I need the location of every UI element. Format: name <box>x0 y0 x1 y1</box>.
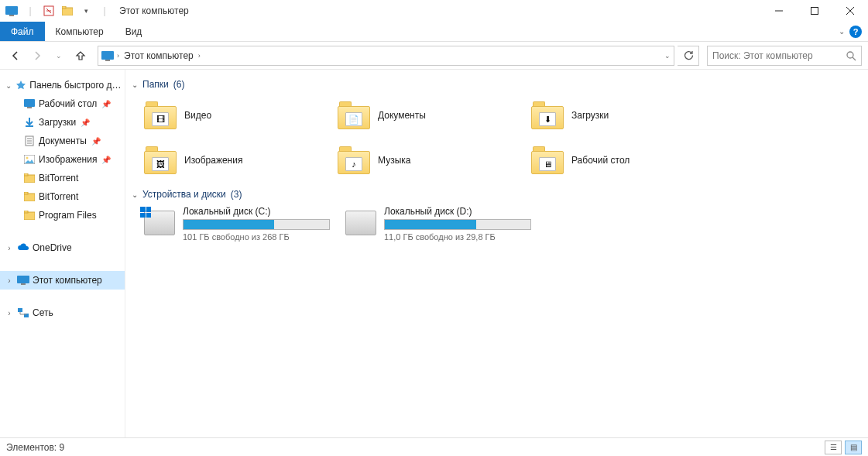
group-count: (6) <box>173 79 185 90</box>
new-folder-icon[interactable] <box>59 2 76 19</box>
folder-item[interactable]: 🎞Видео <box>144 96 338 135</box>
folder-item[interactable]: 📄Документы <box>338 96 531 135</box>
sidebar-item[interactable]: BitTorrent <box>0 187 125 206</box>
search-input[interactable] <box>712 50 846 61</box>
drive-free-text: 101 ГБ свободно из 268 ГБ <box>183 232 330 242</box>
svg-rect-15 <box>26 125 33 127</box>
tab-view[interactable]: Вид <box>115 22 153 41</box>
close-button[interactable] <box>832 0 868 22</box>
folder-item[interactable]: ⬇Загрузки <box>531 96 725 135</box>
documents-icon <box>23 135 36 147</box>
quick-access-toolbar: | ▾ | <box>3 2 113 19</box>
pin-icon: 📌 <box>101 156 111 164</box>
svg-rect-30 <box>18 308 22 312</box>
properties-icon[interactable] <box>40 2 57 19</box>
folder-icon: 🎞 <box>144 101 177 129</box>
sidebar-item[interactable]: Загрузки📌 <box>0 113 125 132</box>
sidebar-item-label: Панель быстрого доступа <box>29 80 125 91</box>
group-label: Устройства и диски <box>142 189 226 200</box>
recent-dropdown-icon[interactable]: ⌄ <box>50 46 68 65</box>
folder-label: Документы <box>378 110 426 121</box>
drives-grid: Локальный диск (C:)101 ГБ свободно из 26… <box>132 206 862 242</box>
details-view-button[interactable]: ☰ <box>825 441 842 454</box>
address-dropdown[interactable]: ⌄ <box>664 52 671 60</box>
group-drives-header[interactable]: ⌄ Устройства и диски (3) <box>132 189 862 200</box>
svg-rect-28 <box>17 276 29 283</box>
folder-icon: 🖥 <box>531 146 564 174</box>
minimize-button[interactable] <box>761 0 797 22</box>
sidebar-item[interactable]: BitTorrent <box>0 169 125 187</box>
sidebar-item[interactable]: Изображения📌 <box>0 150 125 169</box>
sidebar-item-label: BitTorrent <box>39 173 78 183</box>
drive-free-text: 11,0 ГБ свободно из 29,8 ГБ <box>384 232 531 242</box>
ribbon-collapse-icon[interactable]: ⌄ <box>839 27 845 36</box>
folder-item[interactable]: 🖥Рабочий стол <box>531 141 725 180</box>
tab-computer[interactable]: Компьютер <box>45 22 115 41</box>
folder-item[interactable]: 🖼Изображения <box>144 141 338 180</box>
this-pc-icon <box>101 50 114 61</box>
group-folders-header[interactable]: ⌄ Папки (6) <box>132 79 862 90</box>
folder-label: Видео <box>184 110 211 121</box>
content: ⌄ Папки (6) 🎞Видео📄Документы⬇Загрузки🖼Из… <box>125 70 868 437</box>
sidebar-item[interactable]: Рабочий стол📌 <box>0 94 125 113</box>
folder-icon <box>23 209 36 221</box>
sidebar-item[interactable]: Документы📌 <box>0 132 125 150</box>
up-button[interactable] <box>71 46 90 65</box>
pin-icon: 📌 <box>101 100 111 108</box>
chevron-right-icon[interactable]: › <box>198 52 201 60</box>
sidebar-this-pc[interactable]: › Этот компьютер <box>0 271 125 290</box>
svg-rect-10 <box>105 60 110 61</box>
windows-badge-icon <box>140 207 151 218</box>
svg-rect-0 <box>5 6 18 15</box>
folder-item[interactable]: ♪Музыка <box>338 141 531 180</box>
chevron-right-icon[interactable]: › <box>5 276 14 285</box>
sidebar-item[interactable]: Program Files <box>0 206 125 225</box>
drive-item[interactable]: Локальный диск (C:)101 ГБ свободно из 26… <box>144 206 330 242</box>
chevron-right-icon[interactable]: › <box>5 244 14 252</box>
folder-label: Музыка <box>378 155 410 166</box>
chevron-right-icon[interactable]: › <box>5 309 14 317</box>
svg-rect-6 <box>811 8 818 15</box>
pictures-icon <box>23 153 36 166</box>
chevron-down-icon[interactable]: ⌄ <box>5 81 12 90</box>
network-icon <box>17 307 29 319</box>
sidebar-item-label: Документы <box>39 135 87 146</box>
drive-name: Локальный диск (D:) <box>384 206 531 217</box>
chevron-right-icon[interactable]: › <box>117 52 119 60</box>
svg-rect-4 <box>62 6 66 9</box>
search-icon[interactable] <box>846 50 856 61</box>
cloud-icon <box>17 242 29 254</box>
view-switcher: ☰ ▤ <box>825 441 862 454</box>
folder-icon <box>23 190 36 203</box>
qat-dropdown-icon[interactable]: ▾ <box>77 2 94 19</box>
search-box[interactable] <box>707 46 862 66</box>
drive-icon <box>345 211 376 235</box>
sidebar-onedrive[interactable]: › OneDrive <box>0 238 125 257</box>
maximize-button[interactable] <box>797 0 832 22</box>
chevron-down-icon[interactable]: ⌄ <box>132 81 138 89</box>
sidebar-item-label: Program Files <box>39 210 97 221</box>
pin-icon: 📌 <box>81 118 90 127</box>
window-controls <box>761 0 868 22</box>
sidebar-item-label: Сеть <box>33 307 53 318</box>
monitor-icon <box>17 274 29 286</box>
back-button[interactable] <box>6 46 25 65</box>
sidebar-network[interactable]: › Сеть <box>0 303 125 322</box>
status-text: Элементов: 9 <box>6 442 64 453</box>
sidebar-quick-access[interactable]: ⌄ Панель быстрого доступа <box>0 76 125 94</box>
chevron-down-icon[interactable]: ⌄ <box>132 190 138 199</box>
help-icon[interactable]: ? <box>849 26 862 38</box>
folder-icon: ⬇ <box>531 101 564 129</box>
breadcrumb-this-pc[interactable]: Этот компьютер <box>122 50 195 61</box>
star-icon <box>15 79 26 91</box>
drive-item[interactable]: Локальный диск (D:)11,0 ГБ свободно из 2… <box>345 206 531 242</box>
group-label: Папки <box>142 79 169 90</box>
forward-button[interactable] <box>28 46 46 65</box>
file-tab[interactable]: Файл <box>0 22 45 41</box>
refresh-button[interactable] <box>678 46 699 66</box>
pin-icon: 📌 <box>91 137 101 146</box>
address-bar[interactable]: › Этот компьютер › ⌄ <box>98 46 674 66</box>
app-icon[interactable] <box>3 2 20 19</box>
folder-label: Загрузки <box>571 110 609 121</box>
tiles-view-button[interactable]: ▤ <box>845 441 862 454</box>
